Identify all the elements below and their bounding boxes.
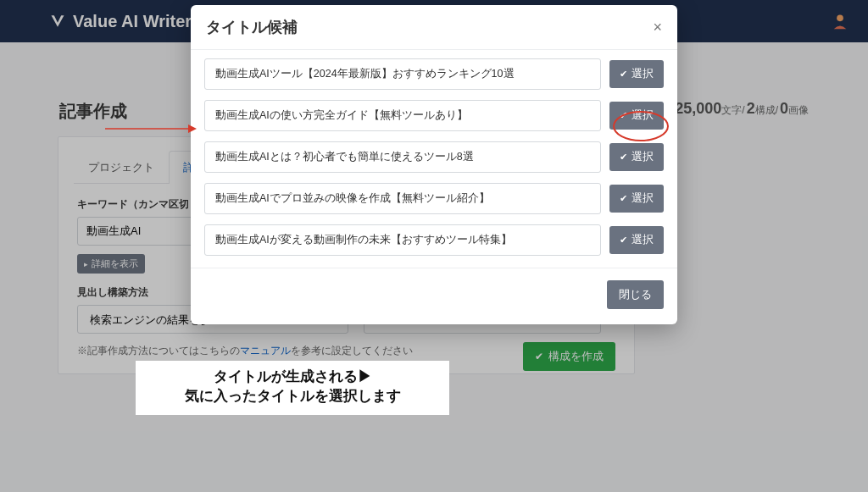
- select-button[interactable]: 選択: [609, 60, 664, 88]
- divider: [191, 268, 677, 268]
- title-candidate-modal: タイトル候補 × 動画生成AIツール【2024年最新版】おすすめランキング10選…: [191, 5, 677, 324]
- candidate-row: 動画生成AIが変える動画制作の未来【おすすめツール特集】 選択: [191, 219, 677, 261]
- candidate-row: 動画生成AIとは？初心者でも簡単に使えるツール8選 選択: [191, 136, 677, 178]
- candidate-row: 動画生成AIの使い方完全ガイド【無料ツールあり】 選択: [191, 95, 677, 136]
- annotation-caption: タイトルが生成される▶ 気に入ったタイトルを選択します: [136, 361, 449, 415]
- candidate-text: 動画生成AIが変える動画制作の未来【おすすめツール特集】: [204, 224, 601, 256]
- candidate-text: 動画生成AIツール【2024年最新版】おすすめランキング10選: [204, 58, 601, 90]
- modal-title: タイトル候補: [206, 17, 298, 37]
- select-button[interactable]: 選択: [609, 226, 664, 254]
- candidate-text: 動画生成AIでプロ並みの映像を作成【無料ツール紹介】: [204, 183, 601, 214]
- candidate-text: 動画生成AIの使い方完全ガイド【無料ツールあり】: [204, 100, 601, 131]
- close-button[interactable]: 閉じる: [607, 280, 664, 309]
- candidate-row: 動画生成AIツール【2024年最新版】おすすめランキング10選 選択: [191, 53, 677, 95]
- candidate-text: 動画生成AIとは？初心者でも簡単に使えるツール8選: [204, 141, 601, 173]
- select-button[interactable]: 選択: [609, 143, 664, 171]
- divider: [191, 49, 677, 50]
- select-button[interactable]: 選択: [609, 102, 664, 130]
- candidate-row: 動画生成AIでプロ並みの映像を作成【無料ツール紹介】 選択: [191, 178, 677, 219]
- close-icon[interactable]: ×: [653, 19, 662, 36]
- select-button[interactable]: 選択: [609, 185, 664, 213]
